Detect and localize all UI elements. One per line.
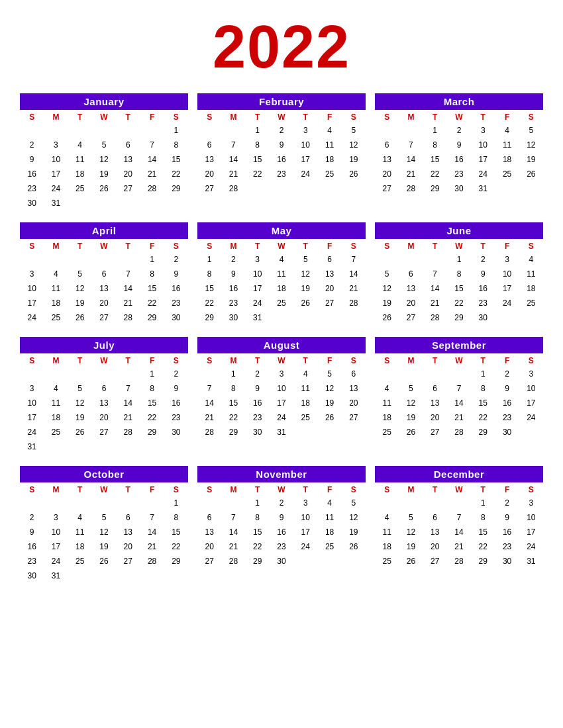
day-cell: 31 <box>270 425 293 439</box>
day-cell: 10 <box>20 396 44 410</box>
day-cell: 26 <box>68 425 92 439</box>
day-cell: 22 <box>197 296 221 310</box>
day-cell: 31 <box>246 310 270 325</box>
day-cell: 19 <box>317 396 341 410</box>
day-cell: 15 <box>164 525 188 539</box>
day-header: T <box>423 484 447 496</box>
day-cell: 9 <box>221 267 245 281</box>
empty-day <box>293 425 317 439</box>
day-header: F <box>495 240 519 252</box>
day-cell: 3 <box>246 252 270 267</box>
day-cell: 18 <box>68 539 92 554</box>
day-cell: 5 <box>342 496 366 510</box>
day-cell: 20 <box>197 539 221 554</box>
day-header: T <box>471 484 495 496</box>
day-cell: 12 <box>519 138 543 152</box>
day-cell: 19 <box>92 167 116 181</box>
empty-day <box>399 123 423 138</box>
month-header-june: June <box>375 222 543 239</box>
day-cell: 17 <box>20 296 44 310</box>
empty-day <box>140 496 164 510</box>
day-header: S <box>519 111 543 123</box>
day-header: M <box>44 111 68 123</box>
month-header-august: August <box>197 337 366 353</box>
day-cell: 24 <box>519 410 543 425</box>
day-cell: 27 <box>375 181 399 196</box>
day-cell: 15 <box>246 525 270 539</box>
day-cell: 30 <box>246 425 270 439</box>
day-header: S <box>20 484 44 496</box>
day-cell: 12 <box>92 152 116 167</box>
day-header: W <box>447 355 471 367</box>
day-cell: 23 <box>164 410 188 425</box>
month-september: SeptemberSMTWTFS123456789101112131415161… <box>375 337 543 454</box>
empty-day <box>495 181 519 196</box>
empty-day <box>140 569 164 583</box>
month-header-march: March <box>375 93 543 110</box>
empty-day <box>116 496 140 510</box>
month-header-november: November <box>197 466 366 482</box>
day-cell: 18 <box>495 152 519 167</box>
day-cell: 2 <box>20 138 44 152</box>
day-cell: 3 <box>44 510 68 525</box>
day-cell: 21 <box>221 167 245 181</box>
empty-day <box>270 310 293 325</box>
day-cell: 29 <box>221 425 245 439</box>
empty-day <box>44 252 68 267</box>
day-cell: 14 <box>116 396 140 410</box>
day-header: F <box>140 355 164 367</box>
day-cell: 10 <box>471 138 495 152</box>
day-header: F <box>140 484 164 496</box>
day-cell: 17 <box>519 396 543 410</box>
empty-day <box>92 196 116 210</box>
day-header: T <box>68 111 92 123</box>
day-cell: 11 <box>68 152 92 167</box>
day-cell: 30 <box>164 310 188 325</box>
day-cell: 24 <box>44 181 68 196</box>
day-cell: 24 <box>44 554 68 569</box>
day-cell: 13 <box>92 281 116 296</box>
day-cell: 12 <box>92 525 116 539</box>
day-cell: 27 <box>342 410 366 425</box>
empty-day <box>92 123 116 138</box>
day-cell: 9 <box>20 525 44 539</box>
day-cell: 29 <box>164 181 188 196</box>
day-cell: 26 <box>317 410 341 425</box>
day-cell: 18 <box>375 410 399 425</box>
day-header: T <box>68 240 92 252</box>
day-cell: 22 <box>140 296 164 310</box>
day-cell: 4 <box>375 510 399 525</box>
day-cell: 9 <box>495 510 519 525</box>
day-cell: 25 <box>375 554 399 569</box>
empty-day <box>375 123 399 138</box>
day-cell: 3 <box>519 367 543 381</box>
month-february: FebruarySMTWTFS1234567891011121314151617… <box>197 93 366 210</box>
day-cell: 8 <box>246 510 270 525</box>
day-cell: 7 <box>447 381 471 396</box>
empty-day <box>116 196 140 210</box>
day-cell: 6 <box>375 138 399 152</box>
empty-day <box>68 569 92 583</box>
empty-day <box>519 181 543 196</box>
day-cell: 15 <box>164 152 188 167</box>
day-cell: 1 <box>221 367 245 381</box>
day-cell: 26 <box>519 167 543 181</box>
day-cell: 17 <box>471 152 495 167</box>
day-header: M <box>399 240 423 252</box>
day-cell: 27 <box>399 310 423 325</box>
day-cell: 1 <box>471 367 495 381</box>
day-cell: 22 <box>246 539 270 554</box>
day-cell: 15 <box>221 396 245 410</box>
day-cell: 16 <box>495 525 519 539</box>
day-cell: 28 <box>221 181 245 196</box>
day-cell: 30 <box>270 554 293 569</box>
day-cell: 1 <box>164 123 188 138</box>
day-cell: 9 <box>270 138 293 152</box>
day-cell: 23 <box>221 296 245 310</box>
day-header: S <box>164 240 188 252</box>
day-header: W <box>92 240 116 252</box>
day-header: S <box>20 111 44 123</box>
day-cell: 4 <box>519 252 543 267</box>
day-cell: 14 <box>399 152 423 167</box>
day-cell: 24 <box>20 425 44 439</box>
